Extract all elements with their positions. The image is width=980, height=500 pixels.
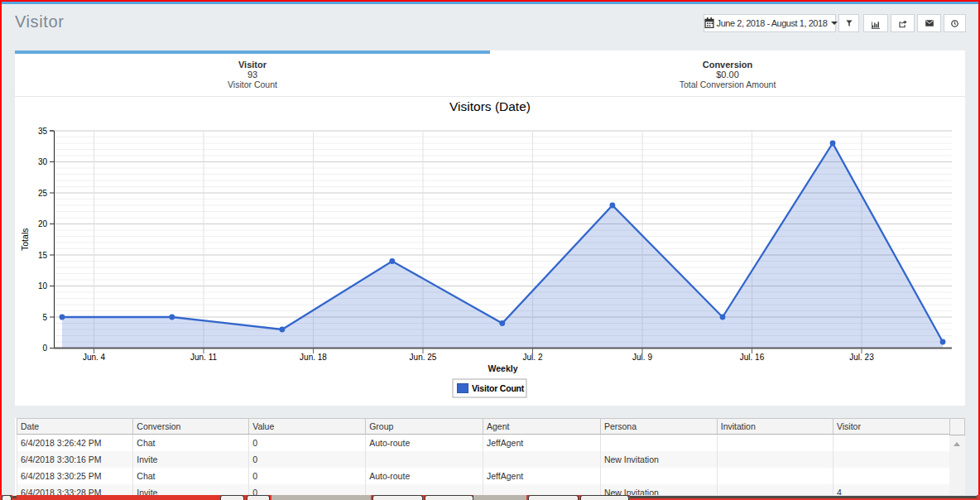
svg-text:Visitor Count: Visitor Count xyxy=(472,383,525,393)
svg-text:20: 20 xyxy=(38,219,48,228)
svg-text:5: 5 xyxy=(42,313,47,322)
svg-text:10: 10 xyxy=(38,281,48,291)
svg-text:Jul. 16: Jul. 16 xyxy=(740,353,765,362)
svg-text:15: 15 xyxy=(38,251,48,260)
svg-text:30: 30 xyxy=(38,157,48,166)
svg-text:Jun. 11: Jun. 11 xyxy=(190,353,217,362)
svg-text:Weekly: Weekly xyxy=(488,363,518,373)
svg-text:Jun. 4: Jun. 4 xyxy=(83,353,106,362)
svg-text:Jul. 9: Jul. 9 xyxy=(632,353,652,362)
svg-text:Jun. 18: Jun. 18 xyxy=(300,353,327,362)
svg-text:Jun. 25: Jun. 25 xyxy=(410,353,437,362)
svg-text:25: 25 xyxy=(38,189,48,198)
svg-text:35: 35 xyxy=(38,127,48,136)
svg-text:Jul. 2: Jul. 2 xyxy=(523,353,543,362)
svg-text:Jul. 23: Jul. 23 xyxy=(849,353,874,362)
svg-text:Totals: Totals xyxy=(20,228,30,251)
svg-text:Visitors (Date): Visitors (Date) xyxy=(449,99,531,113)
svg-text:0: 0 xyxy=(42,344,47,353)
